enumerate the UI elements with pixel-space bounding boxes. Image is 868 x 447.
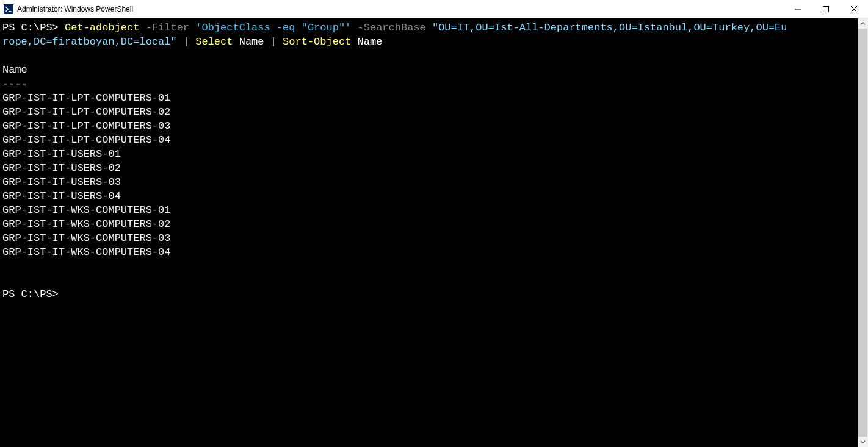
output-row: GRP-IST-IT-USERS-04 (2, 190, 121, 202)
output-row: GRP-IST-IT-LPT-COMPUTERS-02 (2, 106, 170, 118)
param-filter: -Filter (146, 22, 189, 34)
output-divider: ---- (2, 78, 27, 90)
scroll-up-button[interactable] (858, 18, 868, 29)
vertical-scrollbar[interactable] (858, 18, 868, 447)
chevron-down-icon (860, 439, 866, 445)
scroll-track[interactable] (858, 29, 868, 437)
minimize-button[interactable] (784, 0, 812, 18)
output-row: GRP-IST-IT-LPT-COMPUTERS-03 (2, 120, 170, 132)
powershell-icon (4, 4, 13, 14)
svg-rect-2 (823, 6, 829, 12)
console-output[interactable]: PS C:\PS> Get-adobject -Filter 'ObjectCl… (0, 18, 858, 447)
window-controls (784, 0, 868, 18)
maximize-button[interactable] (812, 0, 840, 18)
pipe: | (177, 36, 196, 48)
output-row: GRP-IST-IT-USERS-02 (2, 162, 121, 174)
output-row: GRP-IST-IT-LPT-COMPUTERS-01 (2, 92, 170, 104)
close-button[interactable] (840, 0, 868, 18)
output-row: GRP-IST-IT-WKS-COMPUTERS-03 (2, 232, 170, 244)
prompt: PS C:\PS> (2, 288, 59, 300)
output-row: GRP-IST-IT-WKS-COMPUTERS-02 (2, 218, 170, 230)
filter-value: 'ObjectClass -eq "Group"' (195, 22, 351, 34)
output-row: GRP-IST-IT-WKS-COMPUTERS-01 (2, 204, 170, 216)
titlebar[interactable]: Administrator: Windows PowerShell (0, 0, 868, 18)
searchbase-value: "OU=IT,OU=Ist-All-Departments,OU=Istanbu… (432, 22, 787, 34)
output-row: GRP-IST-IT-LPT-COMPUTERS-04 (2, 134, 170, 146)
select-arg: Name (233, 36, 270, 48)
output-row: GRP-IST-IT-USERS-03 (2, 176, 121, 188)
scroll-thumb[interactable] (858, 29, 867, 437)
prompt: PS C:\PS> (2, 22, 65, 34)
svg-line-4 (851, 6, 857, 12)
window-title: Administrator: Windows PowerShell (17, 5, 133, 13)
pipe: | (270, 36, 283, 48)
close-icon (851, 6, 857, 12)
cmdlet-sort: Sort-Object (283, 36, 351, 48)
svg-line-3 (851, 6, 857, 12)
console-wrap: PS C:\PS> Get-adobject -Filter 'ObjectCl… (0, 18, 868, 447)
param-searchbase: -SearchBase (358, 22, 426, 34)
searchbase-value-cont: rope,DC=firatboyan,DC=local" (2, 36, 177, 48)
output-row: GRP-IST-IT-USERS-01 (2, 148, 121, 160)
cmdlet-select: Select (195, 36, 233, 48)
maximize-icon (823, 6, 829, 12)
sort-arg: Name (351, 36, 382, 48)
output-header: Name (2, 64, 27, 76)
cmdlet-name: Get-adobject (65, 22, 139, 34)
minimize-icon (795, 6, 801, 12)
output-row: GRP-IST-IT-WKS-COMPUTERS-04 (2, 246, 170, 258)
chevron-up-icon (860, 21, 866, 26)
scroll-down-button[interactable] (858, 437, 868, 447)
